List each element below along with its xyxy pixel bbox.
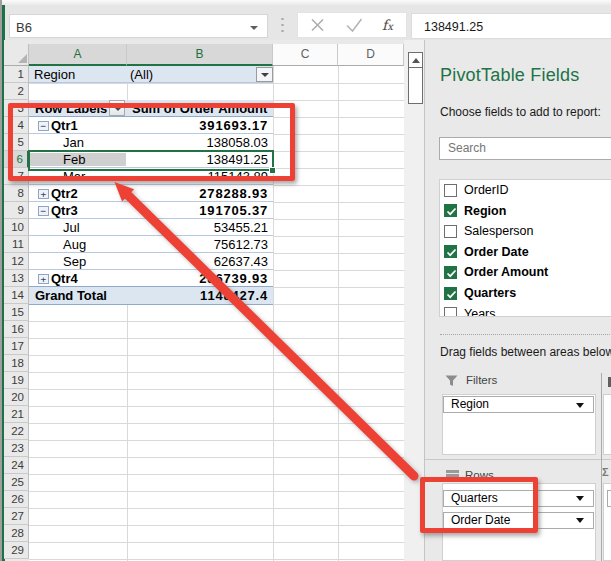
enter-icon[interactable] (337, 13, 371, 37)
unchecked-checkbox-icon[interactable] (444, 184, 457, 197)
cancel-icon[interactable] (300, 13, 334, 37)
field-label: Salesperson (464, 221, 534, 241)
insert-function-icon[interactable]: fx (382, 13, 404, 37)
scroll-up-button[interactable] (408, 52, 423, 68)
fields-search-input[interactable]: Search (439, 137, 611, 160)
ribbon-bottom-edge (0, 0, 611, 7)
column-header-C[interactable]: C (273, 44, 338, 66)
checked-checkbox-icon[interactable] (444, 245, 457, 258)
field-label: Order Amount (464, 262, 548, 282)
pivot-row-label[interactable]: Grand Total (35, 287, 107, 304)
dropdown-arrow-icon (261, 73, 269, 77)
area-field-label: Region (451, 397, 489, 412)
unchecked-checkbox-icon[interactable] (444, 225, 457, 238)
row-header-27[interactable]: 27 (4, 508, 29, 525)
name-box-dropdown-icon[interactable] (250, 26, 258, 30)
values-field-item[interactable] (607, 490, 611, 507)
field-dropdown-icon[interactable] (576, 518, 584, 523)
row-header-9[interactable]: 9 (4, 202, 29, 219)
checked-checkbox-icon[interactable] (444, 287, 457, 300)
pivot-row-value[interactable]: 53455.21 (132, 219, 268, 236)
row-header-23[interactable]: 23 (4, 440, 29, 457)
search-placeholder: Search (448, 138, 486, 159)
field-item-years[interactable]: Years (440, 304, 611, 317)
filter-value-dropdown[interactable] (256, 67, 273, 82)
columns-drop-zone[interactable] (603, 394, 611, 455)
pivot-row-value[interactable]: 191705.37 (132, 202, 268, 219)
row-header-11[interactable]: 11 (4, 236, 29, 253)
gridline (338, 66, 339, 561)
checked-checkbox-icon[interactable] (444, 204, 457, 217)
formula-input[interactable]: 138491.25 (411, 13, 611, 39)
gridline (29, 338, 404, 339)
pivot-row-label[interactable]: Jul (63, 219, 80, 236)
field-item-orderid[interactable]: OrderID (440, 180, 611, 201)
gridline (29, 440, 404, 441)
field-item-region[interactable]: Region (440, 201, 611, 222)
pivot-row-label[interactable]: Sep (63, 253, 86, 270)
row-header-14[interactable]: 14 (4, 287, 29, 304)
gridline (29, 542, 404, 543)
field-dropdown-icon[interactable] (576, 403, 584, 408)
row-header-15[interactable]: 15 (4, 304, 29, 321)
row-header-2[interactable]: 2 (4, 83, 29, 100)
pivot-row-value[interactable]: 286739.93 (132, 270, 268, 287)
scrollbar-thumb[interactable] (408, 67, 423, 104)
column-header-D[interactable]: D (338, 44, 404, 66)
row-header-17[interactable]: 17 (4, 338, 29, 355)
expand-button[interactable]: + (38, 274, 49, 285)
cell-a1[interactable]: Region (34, 66, 75, 83)
pivot-row-label[interactable]: Qtr2 (51, 185, 78, 202)
column-header-B[interactable]: B (127, 44, 273, 66)
name-box[interactable]: B6 (9, 14, 268, 38)
row-header-1[interactable]: 1 (4, 66, 29, 83)
checked-checkbox-icon[interactable] (444, 266, 457, 279)
scroll-up-icon (412, 58, 420, 63)
pivot-row-value[interactable]: 75612.73 (132, 236, 268, 253)
collapse-button[interactable]: − (38, 206, 49, 217)
area-field-region[interactable]: Region (443, 396, 594, 413)
row-header-19[interactable]: 19 (4, 372, 29, 389)
cell-b1[interactable]: (All) (130, 66, 153, 83)
row-header-28[interactable]: 28 (4, 525, 29, 542)
gridline (29, 406, 404, 407)
row-header-22[interactable]: 22 (4, 423, 29, 440)
field-item-quarters[interactable]: Quarters (440, 283, 611, 304)
pivot-row-label[interactable]: Qtr3 (51, 202, 78, 219)
field-dropdown-icon[interactable] (576, 496, 584, 501)
gridline (29, 525, 404, 526)
row-header-8[interactable]: 8 (4, 185, 29, 202)
row-header-10[interactable]: 10 (4, 219, 29, 236)
gridline (29, 474, 404, 475)
pane-title: PivotTable Fields (440, 65, 579, 86)
row-header-20[interactable]: 20 (4, 389, 29, 406)
pivot-row-value[interactable]: 1148427.4 (132, 287, 268, 304)
unchecked-checkbox-icon[interactable] (444, 307, 457, 317)
field-label: Quarters (464, 283, 516, 303)
formula-bar-drag-handle[interactable] (281, 16, 284, 32)
gridline (29, 83, 404, 84)
row-header-16[interactable]: 16 (4, 321, 29, 338)
row-header-13[interactable]: 13 (4, 270, 29, 287)
row-header-26[interactable]: 26 (4, 491, 29, 508)
select-all-corner[interactable] (4, 44, 29, 66)
row-header-21[interactable]: 21 (4, 406, 29, 423)
pivot-row-value[interactable]: 278288.93 (132, 185, 268, 202)
field-item-salesperson[interactable]: Salesperson (440, 221, 611, 242)
pivot-row-label[interactable]: Aug (63, 236, 86, 253)
expand-button[interactable]: + (38, 189, 49, 200)
row-header-24[interactable]: 24 (4, 457, 29, 474)
field-item-order-date[interactable]: Order Date (440, 242, 611, 263)
row-header-12[interactable]: 12 (4, 253, 29, 270)
field-item-order-amount[interactable]: Order Amount (440, 262, 611, 283)
row-header-29[interactable]: 29 (4, 542, 29, 559)
minus-icon: − (39, 207, 48, 216)
row-header-18[interactable]: 18 (4, 355, 29, 372)
plus-icon: + (39, 190, 48, 199)
row-header-25[interactable]: 25 (4, 474, 29, 491)
pivot-row-value[interactable]: 62637.43 (132, 253, 268, 270)
annotation-rectangle-rows (420, 477, 538, 533)
gridline (29, 457, 404, 458)
column-header-A[interactable]: A (29, 44, 127, 66)
pivot-row-label[interactable]: Qtr4 (51, 270, 78, 287)
